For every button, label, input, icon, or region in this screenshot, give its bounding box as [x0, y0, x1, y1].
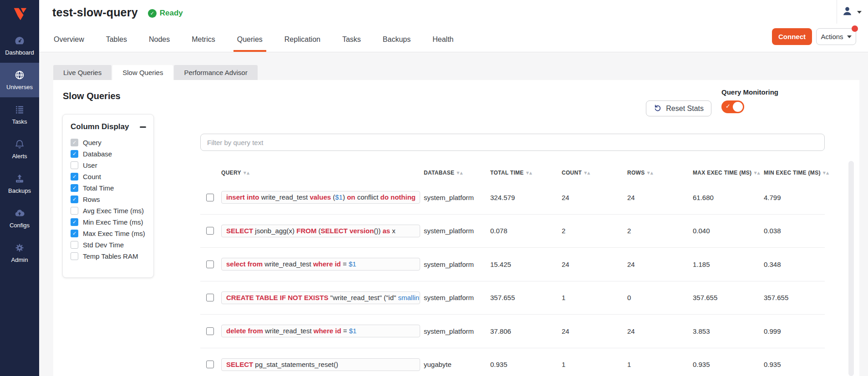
- query-text-chip[interactable]: select from write_read_test where id = $…: [221, 258, 420, 271]
- row-checkbox[interactable]: [206, 361, 214, 368]
- option-label: Std Dev Time: [83, 241, 124, 249]
- query-text-chip[interactable]: SELECT pg_stat_statements_reset(): [221, 358, 420, 371]
- option-label: Avg Exec Time (ms): [83, 207, 144, 215]
- query-filter-input[interactable]: [200, 134, 825, 151]
- column-header-rows[interactable]: ROWS▼▲: [627, 170, 693, 176]
- checkbox-icon[interactable]: ✓: [71, 230, 78, 237]
- cell-rows: 24: [627, 261, 693, 268]
- sidebar-item-dashboard[interactable]: Dashboard: [0, 28, 39, 63]
- cell-min-exec-ms: 4.799: [764, 194, 825, 201]
- cell-database: yugabyte: [424, 361, 490, 368]
- row-checkbox[interactable]: [206, 327, 214, 335]
- checkbox-icon[interactable]: ✓: [71, 150, 78, 158]
- column-header-min-exec-time-ms-[interactable]: MIN EXEC TIME (MS)▼▲: [764, 170, 829, 176]
- tab-overview[interactable]: Overview: [43, 27, 95, 52]
- sort-icon[interactable]: ▼▲: [457, 171, 463, 175]
- checkbox-icon[interactable]: [71, 252, 78, 260]
- cell-count: 1: [562, 294, 627, 301]
- row-checkbox[interactable]: [206, 294, 214, 301]
- dashboard-gauge-icon: [14, 35, 25, 46]
- checkbox-icon[interactable]: ✓: [71, 196, 78, 203]
- table-row: select from write_read_test where id = $…: [200, 248, 825, 281]
- table-row: SELECT jsonb_agg(x) FROM (SELECT version…: [200, 215, 825, 248]
- query-text-chip[interactable]: insert into write_read_test values ($1) …: [221, 191, 420, 204]
- column-option-avg-exec-time-ms-: Avg Exec Time (ms): [71, 205, 153, 216]
- cell-count: 2: [562, 227, 627, 235]
- column-option-total-time: ✓Total Time: [71, 182, 153, 194]
- connect-button[interactable]: Connect: [772, 28, 812, 45]
- checkbox-icon[interactable]: ✓: [71, 184, 78, 192]
- collapse-minus-icon[interactable]: [140, 126, 146, 128]
- tab-queries[interactable]: Queries: [226, 27, 274, 52]
- reset-stats-button[interactable]: Reset Stats: [646, 100, 711, 116]
- sidebar-item-backups[interactable]: Backups: [0, 166, 39, 201]
- subtab-performance-advisor[interactable]: Performance Advisor: [174, 65, 257, 80]
- column-option-std-dev-time: Std Dev Time: [71, 239, 153, 251]
- sort-icon[interactable]: ▼▲: [823, 171, 829, 175]
- cell-rows: 24: [627, 194, 693, 201]
- sidebar-item-label: Configs: [10, 222, 30, 229]
- query-text-chip[interactable]: delete from write_read_test where id = $…: [221, 325, 420, 337]
- cell-database: system_platform: [424, 327, 490, 335]
- sort-icon[interactable]: ▼▲: [754, 171, 760, 175]
- vertical-scrollbar[interactable]: [848, 161, 854, 376]
- tab-tables[interactable]: Tables: [95, 27, 138, 52]
- checkbox-icon[interactable]: ✓: [71, 139, 78, 146]
- sidebar-item-label: Universes: [6, 84, 33, 90]
- column-header-count[interactable]: COUNT▼▲: [562, 170, 627, 176]
- nav-tabs: OverviewTablesNodesMetricsQueriesReplica…: [43, 27, 464, 52]
- column-display-title: Column Display: [71, 122, 129, 131]
- actions-button[interactable]: Actions: [816, 28, 856, 45]
- cell-max-exec-ms: 61.680: [693, 194, 764, 201]
- query-monitoring-toggle[interactable]: ✓: [721, 100, 744, 113]
- sort-icon[interactable]: ▼▲: [244, 171, 250, 175]
- tab-replication[interactable]: Replication: [274, 27, 331, 52]
- row-checkbox[interactable]: [206, 261, 214, 268]
- panel-title: Slow Queries: [63, 91, 121, 101]
- tab-metrics[interactable]: Metrics: [181, 27, 226, 52]
- notification-dot-icon: [852, 25, 858, 32]
- query-text-chip[interactable]: CREATE TABLE IF NOT EXISTS "write_read_t…: [221, 291, 420, 304]
- checkbox-icon[interactable]: ✓: [71, 218, 78, 226]
- sidebar-item-admin[interactable]: Admin: [0, 236, 39, 270]
- tab-nodes[interactable]: Nodes: [138, 27, 181, 52]
- sort-icon[interactable]: ▼▲: [526, 171, 533, 175]
- row-checkbox[interactable]: [206, 227, 214, 235]
- column-option-rows: ✓Rows: [71, 194, 153, 205]
- tab-tasks[interactable]: Tasks: [331, 27, 372, 52]
- checkbox-icon[interactable]: [71, 241, 78, 249]
- tab-health[interactable]: Health: [421, 27, 464, 52]
- sidebar-item-tasks[interactable]: Tasks: [0, 97, 39, 132]
- status-badge: ✓ Ready: [148, 9, 183, 18]
- cell-count: 1: [562, 361, 627, 368]
- column-header-total-time[interactable]: TOTAL TIME▼▲: [490, 170, 562, 176]
- user-avatar-icon: [842, 5, 853, 19]
- cell-rows: 2: [627, 227, 693, 235]
- column-header-max-exec-time-ms-[interactable]: MAX EXEC TIME (MS)▼▲: [693, 170, 764, 176]
- user-menu[interactable]: [842, 5, 862, 19]
- sidebar-item-configs[interactable]: Configs: [0, 201, 39, 236]
- sort-icon[interactable]: ▼▲: [647, 171, 654, 175]
- option-label: Count: [83, 173, 101, 180]
- checkbox-icon[interactable]: [71, 161, 78, 169]
- checkbox-icon[interactable]: [71, 207, 78, 215]
- cell-total-time: 0.935: [490, 361, 562, 368]
- checkbox-icon[interactable]: ✓: [71, 173, 78, 180]
- sidebar-item-alerts[interactable]: Alerts: [0, 132, 39, 166]
- column-header-database[interactable]: DATABASE▼▲: [424, 170, 490, 176]
- subtab-slow-queries[interactable]: Slow Queries: [112, 65, 173, 80]
- column-header-query[interactable]: QUERY▼▲: [221, 170, 424, 176]
- content-area: Live QueriesSlow QueriesPerformance Advi…: [39, 52, 868, 376]
- cell-database: system_platform: [424, 194, 490, 201]
- sidebar-item-label: Tasks: [12, 118, 27, 125]
- query-text-chip[interactable]: SELECT jsonb_agg(x) FROM (SELECT version…: [221, 225, 420, 237]
- table-row: delete from write_read_test where id = $…: [200, 315, 825, 348]
- sort-icon[interactable]: ▼▲: [584, 171, 590, 175]
- subtab-live-queries[interactable]: Live Queries: [53, 65, 112, 80]
- row-checkbox[interactable]: [206, 194, 214, 201]
- sidebar-item-universes[interactable]: Universes: [0, 63, 39, 97]
- column-option-query: ✓Query: [71, 137, 153, 148]
- column-option-min-exec-time-ms-: ✓Min Exec Time (ms): [71, 216, 153, 228]
- yugabyte-logo-icon[interactable]: [0, 0, 39, 28]
- tab-backups[interactable]: Backups: [372, 27, 421, 52]
